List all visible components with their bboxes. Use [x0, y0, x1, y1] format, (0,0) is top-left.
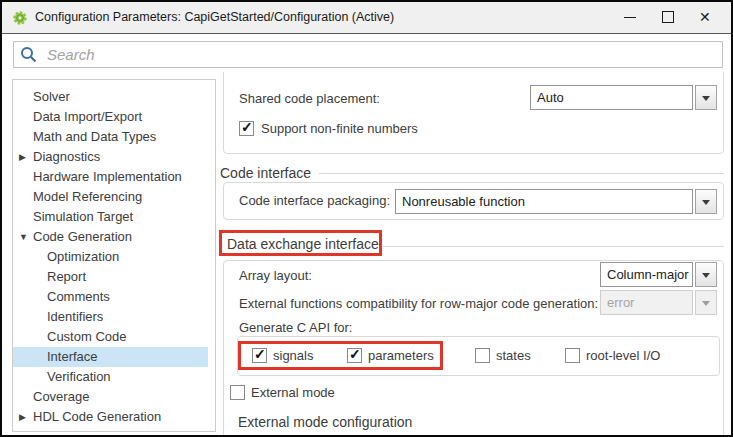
sidebar-item-diagnostics[interactable]: ▶Diagnostics [13, 147, 208, 167]
highlight-box-data-exchange: Data exchange interface [219, 230, 382, 256]
sidebar-item-model-referencing[interactable]: Model Referencing [13, 187, 208, 207]
code-interface-packaging-label: Code interface packaging: [239, 189, 390, 213]
close-icon: ✕ [699, 10, 711, 24]
sidebar-item-data-import-export[interactable]: Data Import/Export [13, 107, 208, 127]
category-tree: Solver Data Import/Export Math and Data … [12, 79, 216, 432]
sidebar-item-coverage[interactable]: Coverage [13, 387, 208, 407]
data-exchange-header: Data exchange interface [227, 236, 379, 252]
array-layout-value[interactable]: Column-major [600, 262, 693, 287]
sidebar-item-identifiers[interactable]: Identifiers [13, 307, 208, 327]
maximize-button[interactable] [649, 2, 687, 33]
minimize-button[interactable] [611, 2, 649, 33]
sidebar-item-hdl-code-generation[interactable]: ▶HDL Code Generation [13, 407, 208, 427]
external-functions-compat-value: error [600, 290, 693, 315]
sidebar-item-custom-code[interactable]: Custom Code [13, 327, 208, 347]
sidebar-item-optimization[interactable]: Optimization [13, 247, 208, 267]
external-mode-checkbox[interactable] [230, 385, 245, 400]
close-button[interactable]: ✕ [687, 2, 725, 33]
sidebar-item-verification[interactable]: Verification [13, 367, 208, 387]
dropdown-arrow-icon[interactable] [695, 85, 717, 110]
expanded-arrow-icon[interactable]: ▼ [19, 227, 31, 247]
shared-code-placement-label: Shared code placement: [239, 87, 380, 111]
sidebar-item-label: Code Generation [33, 229, 132, 244]
signals-checkbox[interactable] [252, 348, 267, 363]
gear-icon [12, 10, 28, 26]
maximize-icon [662, 11, 674, 23]
settings-panel: Shared code placement: Auto Support non-… [219, 72, 726, 435]
sidebar-item-label: Diagnostics [33, 149, 100, 164]
minimize-icon [624, 17, 636, 18]
sidebar-item-interface[interactable]: Interface [13, 347, 208, 367]
parameters-label[interactable]: parameters [368, 346, 434, 365]
shared-code-placement-dropdown[interactable]: Auto [530, 85, 717, 110]
states-label[interactable]: states [496, 346, 531, 365]
sidebar-item-math-and-data-types[interactable]: Math and Data Types [13, 127, 208, 147]
external-functions-compat-label: External functions compatibility for row… [239, 292, 598, 316]
sidebar-item-code-generation[interactable]: ▼Code Generation [13, 227, 208, 247]
signals-label[interactable]: signals [273, 346, 313, 365]
sidebar-item-comments[interactable]: Comments [13, 287, 208, 307]
window-title: Configuration Parameters: CapiGetStarted… [35, 2, 394, 33]
code-interface-packaging-value[interactable]: Nonreusable function [395, 189, 693, 214]
dropdown-arrow-icon [695, 290, 717, 315]
parameters-checkbox[interactable] [347, 348, 362, 363]
sidebar-item-hardware-implementation[interactable]: Hardware Implementation [13, 167, 208, 187]
shared-code-placement-value[interactable]: Auto [530, 85, 693, 110]
section-rule [319, 173, 724, 174]
root-level-io-checkbox[interactable] [565, 348, 580, 363]
sidebar-item-solver[interactable]: Solver [13, 87, 208, 107]
collapsed-arrow-icon[interactable]: ▶ [19, 407, 31, 427]
external-functions-compat-dropdown: error [600, 290, 717, 315]
dropdown-arrow-icon[interactable] [695, 262, 717, 287]
title-bar: Configuration Parameters: CapiGetStarted… [2, 2, 731, 34]
sidebar-item-label: HDL Code Generation [33, 409, 161, 424]
root-level-io-label[interactable]: root-level I/O [586, 346, 660, 365]
array-layout-label: Array layout: [239, 264, 312, 288]
external-mode-config-header: External mode configuration [238, 413, 412, 431]
states-checkbox[interactable] [475, 348, 490, 363]
sidebar-item-simulation-target[interactable]: Simulation Target [13, 207, 208, 227]
collapsed-arrow-icon[interactable]: ▶ [19, 147, 31, 167]
external-mode-label[interactable]: External mode [251, 383, 335, 402]
section-rule [383, 246, 724, 247]
array-layout-dropdown[interactable]: Column-major [600, 262, 717, 287]
code-interface-packaging-dropdown[interactable]: Nonreusable function [395, 189, 717, 214]
dropdown-arrow-icon[interactable] [695, 189, 717, 214]
configuration-parameters-dialog: Configuration Parameters: CapiGetStarted… [0, 0, 733, 437]
support-non-finite-checkbox[interactable] [239, 121, 254, 136]
sidebar-item-report[interactable]: Report [13, 267, 208, 287]
support-non-finite-label[interactable]: Support non-finite numbers [261, 119, 418, 138]
code-interface-header: Code interface [220, 164, 311, 182]
generate-c-api-label: Generate C API for: [239, 318, 352, 338]
search-input[interactable] [13, 41, 723, 68]
window-controls: ✕ [611, 2, 725, 33]
